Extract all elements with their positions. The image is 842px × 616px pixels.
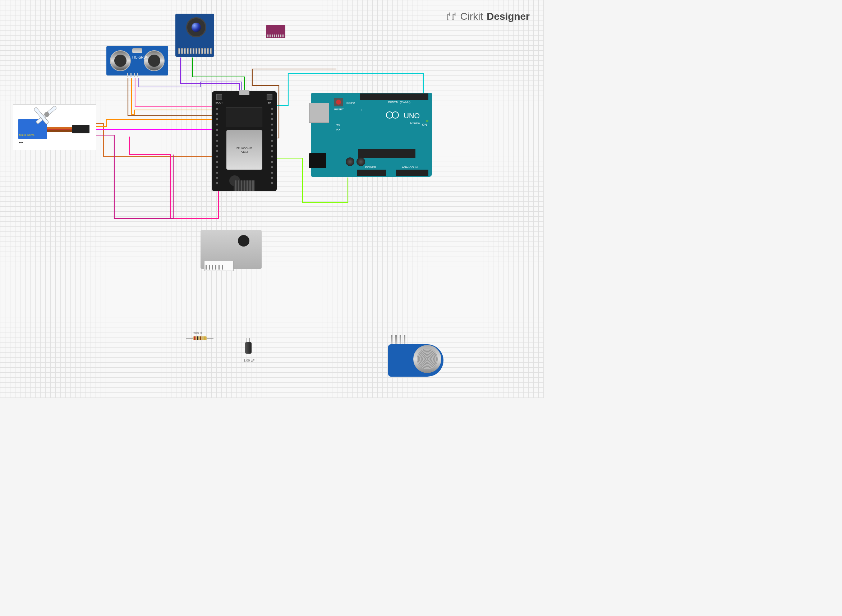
arduino-model-label: UNO [404,112,420,120]
ultrasonic-rx-icon [144,50,164,71]
rx-label: RX [336,128,340,131]
esp32-right-pin-header [267,107,276,185]
camera-lens-icon [186,17,206,37]
ultrasonic-pin-header [127,73,138,77]
resistor[interactable]: 200 Ω [186,336,213,340]
capacitor-1-icon [346,157,354,166]
dust-pin-header [205,265,223,270]
dust-aperture-icon [238,235,249,246]
wire-layer [0,0,544,398]
power-led-icon [426,120,428,122]
arduino-infinity-icon [386,111,402,120]
reset-label: RESET [334,108,344,111]
logo-brand-text: Cirkit [460,11,483,22]
ultrasonic-sensor[interactable]: HC-SR04 [106,46,168,75]
circuit-logo-icon [446,12,456,22]
arduino-logo: UNO [386,111,420,120]
camera-module[interactable] [175,14,214,57]
resistor-value-label: 200 Ω [193,331,202,335]
servo-motor[interactable]: ↔ Micro Servo [13,104,96,150]
usb-b-icon [309,103,329,123]
analog-pin-header [396,170,428,176]
cap-lead-icon [249,338,250,342]
gas-sensor-pin-header [391,335,405,344]
capacitor-2-icon [356,157,365,166]
ultrasonic-model-label: HC-SR04 [132,55,148,59]
servo-cable-icon [47,127,72,132]
en-label: EN [265,101,274,104]
dust-sensor[interactable] [201,230,262,269]
barrel-jack-icon [309,153,326,168]
gas-sensor[interactable] [388,337,443,380]
esp32-module-shield: ESP-WROOM-32 [226,130,263,170]
usb-micro-icon [239,90,249,95]
on-label: ON [422,123,427,126]
digital-label: DIGITAL (PWM~) [388,101,411,104]
esp32-chip-label: ESP-WROOM-32 [235,146,253,153]
atmega-chip-icon [358,149,415,158]
boot-button[interactable] [216,94,222,100]
direction-arrows-icon: ↔ [18,139,25,146]
electrolytic-capacitor[interactable]: 1.00 µF [245,342,252,358]
esp32-devkit[interactable]: BOOT EN ESP-WROOM-32 [212,91,277,191]
boot-label: BOOT [215,101,223,104]
servo-label: Micro Servo [19,133,35,136]
en-button[interactable] [267,94,273,100]
reset-button[interactable] [334,98,343,106]
power-pin-header [357,170,386,176]
resistor-lead-icon [186,338,193,339]
resistor-body-icon [193,336,207,340]
analog-label: ANALOG IN [402,166,418,169]
digital-pin-header [360,94,428,100]
crystal-icon [132,48,142,53]
servo-connector-icon [72,125,89,133]
logo-product-text: Designer [487,11,530,22]
arduino-uno[interactable]: RESET UNO Arduino DIGITAL (PWM~) POWER A… [311,93,432,177]
ultrasonic-tx-icon [110,50,131,71]
capacitor-value-label: 1.00 µF [240,359,258,362]
circuit-canvas[interactable]: Cirkit Designer HC-SR04 [0,0,544,398]
esp32-regulator-icon [226,107,263,127]
l-label: L [362,109,363,112]
esp32-left-pin-header [213,107,222,185]
pcb-antenna-icon [233,180,255,191]
arduino-brand-label: Arduino [410,122,420,125]
camera-pin-header [177,48,212,55]
capacitor-body-icon [245,342,252,353]
tx-label: TX [336,124,340,127]
resistor-lead-icon [207,338,213,339]
app-logo: Cirkit Designer [446,11,530,22]
svg-point-0 [447,19,449,21]
power-label: POWER [365,166,376,169]
svg-point-1 [452,19,454,21]
env-sensor-module[interactable] [266,25,285,38]
gas-sensor-cap-icon [413,345,441,373]
icsp-label: ICSP2 [346,101,355,104]
cap-lead-icon [246,338,247,342]
